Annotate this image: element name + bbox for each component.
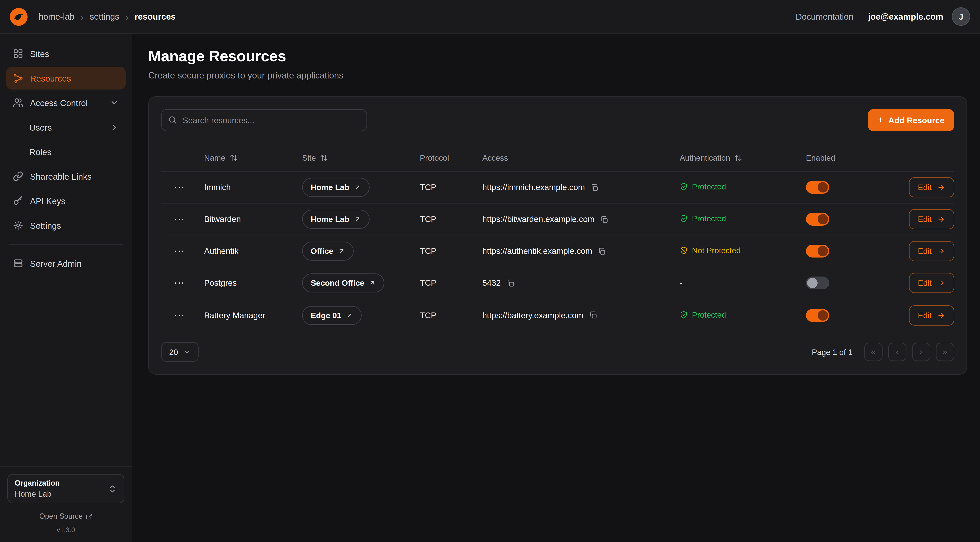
enabled-toggle[interactable]	[806, 309, 829, 322]
edit-button[interactable]: Edit	[909, 241, 954, 261]
column-header-authentication[interactable]: Authentication	[680, 153, 806, 163]
add-resource-button[interactable]: + Add Resource	[868, 109, 954, 131]
sidebar-item-server-admin[interactable]: Server Admin	[6, 252, 126, 275]
enabled-toggle[interactable]	[806, 276, 829, 289]
copy-icon[interactable]	[589, 311, 597, 319]
page-title: Manage Resources	[148, 47, 967, 65]
row-menu-icon[interactable]: ⋯	[161, 278, 204, 288]
row-menu-icon[interactable]: ⋯	[161, 214, 204, 225]
open-source-link[interactable]: Open Source	[7, 512, 124, 521]
user-email[interactable]: joe@example.com	[868, 12, 943, 21]
sidebar-item-api-keys[interactable]: API Keys	[6, 190, 126, 212]
search-input[interactable]	[161, 109, 367, 131]
sort-icon	[735, 154, 742, 162]
site-link-button[interactable]: Second Office	[302, 273, 385, 292]
arrow-right-icon	[937, 247, 945, 255]
arrow-up-right-icon	[369, 280, 376, 286]
sidebar-item-roles[interactable]: Roles	[6, 140, 126, 163]
sidebar-item-settings[interactable]: Settings	[6, 214, 126, 237]
site-link-button[interactable]: Home Lab	[302, 210, 369, 229]
breadcrumb-item-org[interactable]: home-lab	[38, 12, 74, 21]
table-header-row: Name Site Protocol	[161, 145, 954, 172]
sidebar-item-sites[interactable]: Sites	[6, 42, 126, 65]
edit-button[interactable]: Edit	[909, 177, 954, 198]
link-icon	[13, 171, 23, 182]
sidebar-item-shareable-links[interactable]: Shareable Links	[6, 165, 126, 188]
table-row: ⋯ Battery Manager Edge 01 TCP https://ba…	[161, 299, 954, 331]
app-logo-icon[interactable]	[10, 8, 27, 26]
table-row: ⋯ Authentik Office TCP https://authentik…	[161, 236, 954, 267]
breadcrumb-item-resources: resources	[135, 12, 176, 21]
column-header-access: Access	[482, 153, 680, 163]
documentation-link[interactable]: Documentation	[796, 12, 854, 21]
last-page-button[interactable]: »	[936, 343, 954, 361]
table-footer: 20 Page 1 of 1 « ‹ › »	[161, 342, 954, 362]
sidebar-item-access-control[interactable]: Access Control	[6, 91, 126, 114]
pagination: Page 1 of 1 « ‹ › »	[812, 343, 955, 361]
resources-card: + Add Resource Name	[148, 96, 967, 375]
edit-button[interactable]: Edit	[909, 273, 954, 293]
sidebar-item-users[interactable]: Users	[6, 116, 126, 139]
edit-label: Edit	[918, 247, 932, 256]
users-group-icon	[13, 97, 23, 108]
site-link-button[interactable]: Office	[302, 242, 354, 261]
copy-icon[interactable]	[506, 279, 515, 287]
column-header-label: Authentication	[680, 153, 730, 163]
sidebar-item-label: Shareable Links	[30, 172, 92, 181]
first-page-button[interactable]: «	[864, 343, 883, 361]
edit-button[interactable]: Edit	[909, 209, 954, 229]
site-name: Edge 01	[311, 311, 341, 320]
access-url: https://battery.example.com	[482, 311, 583, 320]
app-window: home-lab › settings › resources Document…	[0, 0, 980, 542]
arrow-up-right-icon	[338, 248, 345, 255]
auth-status-badge: Protected	[680, 214, 726, 223]
sidebar: Sites Resources Access Control	[0, 34, 132, 542]
previous-page-button[interactable]: ‹	[888, 343, 907, 361]
resource-name: Immich	[204, 183, 302, 192]
protocol-value: TCP	[420, 183, 482, 192]
copy-icon[interactable]	[590, 183, 599, 192]
site-link-button[interactable]: Home Lab	[302, 178, 369, 197]
breadcrumb-separator-icon: ›	[126, 11, 129, 22]
site-link-button[interactable]: Edge 01	[302, 306, 361, 325]
row-menu-icon[interactable]: ⋯	[161, 310, 204, 320]
breadcrumb-item-settings[interactable]: settings	[90, 12, 119, 21]
copy-icon[interactable]	[600, 215, 609, 223]
organization-selector[interactable]: Organization Home Lab	[7, 474, 124, 504]
next-page-button[interactable]: ›	[912, 343, 931, 361]
resource-name: Bitwarden	[204, 215, 302, 224]
shield-off-icon	[680, 247, 688, 255]
chevron-down-icon	[183, 348, 191, 355]
protocol-value: TCP	[420, 278, 482, 287]
enabled-toggle[interactable]	[806, 213, 829, 226]
table-row: ⋯ Immich Home Lab TCP https://immich.exa…	[161, 172, 954, 204]
search-icon	[168, 115, 177, 124]
column-header-name[interactable]: Name	[204, 153, 302, 163]
key-icon	[13, 196, 23, 206]
breadcrumb: home-lab › settings › resources	[38, 11, 176, 22]
protocol-value: TCP	[420, 215, 482, 224]
page-size-select[interactable]: 20	[161, 342, 199, 362]
arrow-up-right-icon	[346, 312, 353, 319]
row-menu-icon[interactable]: ⋯	[161, 246, 204, 256]
sidebar-nav: Sites Resources Access Control	[0, 34, 132, 466]
table-row: ⋯ Postgres Second Office TCP 5432	[161, 267, 954, 299]
sidebar-item-resources[interactable]: Resources	[6, 67, 126, 89]
sidebar-divider	[9, 244, 123, 245]
plus-icon: +	[878, 115, 883, 125]
protocol-value: TCP	[420, 247, 482, 256]
column-header-enabled: Enabled	[806, 153, 886, 163]
page-subtitle: Create secure proxies to your private ap…	[148, 70, 967, 80]
enabled-toggle[interactable]	[806, 181, 829, 194]
row-menu-icon[interactable]: ⋯	[161, 182, 204, 193]
avatar-initial: J	[959, 12, 963, 21]
column-header-label: Enabled	[806, 153, 835, 163]
arrow-right-icon	[937, 311, 945, 319]
edit-button[interactable]: Edit	[909, 305, 954, 325]
copy-icon[interactable]	[598, 247, 606, 255]
avatar[interactable]: J	[952, 7, 970, 26]
enabled-toggle[interactable]	[806, 245, 829, 258]
arrow-up-right-icon	[354, 216, 361, 223]
column-header-site[interactable]: Site	[302, 153, 420, 163]
arrow-right-icon	[937, 183, 945, 191]
